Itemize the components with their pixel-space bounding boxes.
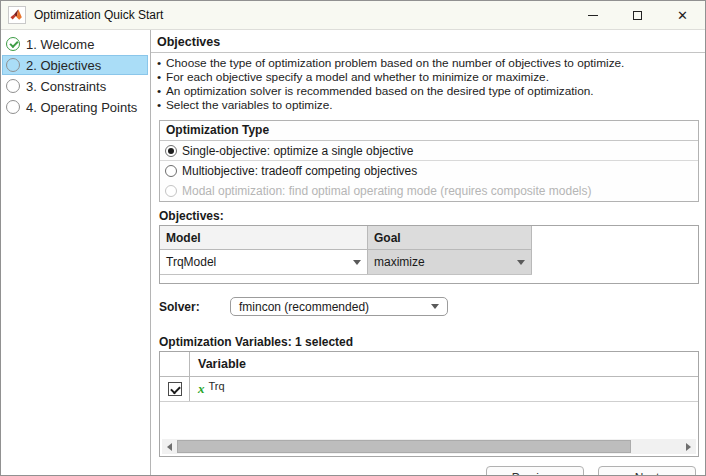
scrollbar-thumb[interactable] — [177, 440, 631, 453]
radio-multiobjective[interactable]: Multiobjective: tradeoff competing objec… — [160, 161, 698, 181]
close-icon: ✕ — [677, 9, 688, 22]
step-complete-icon — [6, 37, 20, 51]
step-label: 3. Constraints — [26, 79, 106, 94]
minimize-icon — [588, 15, 598, 16]
objectives-table-empty-area — [532, 226, 698, 283]
variables-label: Optimization Variables: 1 selected — [159, 335, 700, 349]
column-header-model: Model — [160, 226, 368, 249]
instruction-line: • An optimization solver is recommended … — [157, 84, 700, 98]
step-label: 2. Objectives — [26, 58, 101, 73]
bullet-icon: • — [157, 70, 166, 84]
instruction-text: Select the variables to optimize. — [166, 98, 333, 112]
scrollbar-track[interactable] — [177, 440, 681, 453]
variables-table: Variable x Trq — [159, 351, 699, 457]
column-header-variable: Variable — [190, 352, 698, 376]
solver-label: Solver: — [159, 300, 230, 314]
radio-selected-icon — [165, 145, 177, 157]
radio-label: Multiobjective: tradeoff competing objec… — [182, 164, 417, 178]
instruction-line: • Select the variables to optimize. — [157, 98, 700, 112]
wizard-navigation: Previous Next — [157, 466, 700, 476]
optimization-type-group: Optimization Type Single-objective: opti… — [159, 120, 699, 202]
objectives-empty-row — [160, 275, 532, 283]
optimization-quick-start-window: Optimization Quick Start ✕ 1. Welcome 2.… — [0, 0, 706, 476]
radio-label: Single-objective: optimize a single obje… — [182, 144, 413, 158]
solver-row: Solver: fmincon (recommended) — [159, 297, 700, 316]
sidebar-item-constraints[interactable]: 3. Constraints — [2, 76, 148, 96]
title-bar: Optimization Quick Start ✕ — [1, 1, 705, 30]
window-title: Optimization Quick Start — [34, 8, 570, 22]
chevron-down-icon — [517, 260, 525, 265]
radio-label: Modal optimization: find optimal operati… — [182, 184, 592, 198]
radio-icon — [165, 165, 177, 177]
matlab-icon — [8, 6, 26, 24]
page-title: Objectives — [151, 33, 705, 53]
step-circle-icon — [6, 100, 20, 114]
variable-x-icon: x — [198, 381, 205, 397]
radio-single-objective[interactable]: Single-objective: optimize a single obje… — [160, 141, 698, 161]
model-value: TrqModel — [166, 255, 216, 269]
bullet-icon: • — [157, 98, 166, 112]
instruction-text: Choose the type of optimization problem … — [166, 56, 624, 70]
group-title: Optimization Type — [160, 121, 698, 141]
radio-modal-optimization: Modal optimization: find optimal operati… — [160, 181, 698, 201]
step-circle-icon — [6, 58, 20, 72]
close-button[interactable]: ✕ — [660, 1, 705, 29]
maximize-icon — [633, 11, 642, 20]
minimize-button[interactable] — [570, 1, 615, 29]
variable-checkbox[interactable] — [168, 382, 182, 396]
objectives-table: Model Goal TrqModel maximize — [159, 225, 699, 284]
instruction-line: • Choose the type of optimization proble… — [157, 56, 700, 70]
previous-button[interactable]: Previous — [486, 466, 584, 476]
instruction-line: • For each objective specify a model and… — [157, 70, 700, 84]
next-button[interactable]: Next — [598, 466, 696, 476]
chevron-down-icon — [431, 304, 439, 309]
column-header-goal: Goal — [368, 226, 532, 249]
instruction-text: An optimization solver is recommended ba… — [166, 84, 594, 98]
scroll-right-icon[interactable] — [681, 439, 696, 454]
instruction-text: For each objective specify a model and w… — [166, 70, 549, 84]
sidebar-item-objectives[interactable]: 2. Objectives — [2, 55, 148, 75]
step-label: 4. Operating Points — [26, 100, 137, 115]
step-circle-icon — [6, 79, 20, 93]
sidebar-item-welcome[interactable]: 1. Welcome — [2, 34, 148, 54]
objectives-header-row: Model Goal — [160, 226, 532, 250]
radio-disabled-icon — [165, 185, 177, 197]
checkbox-column-header — [160, 352, 190, 376]
scroll-left-icon[interactable] — [162, 439, 177, 454]
sidebar-item-operating-points[interactable]: 4. Operating Points — [2, 97, 148, 117]
bullet-icon: • — [157, 84, 166, 98]
model-dropdown[interactable]: TrqModel — [160, 250, 368, 274]
horizontal-scrollbar[interactable] — [162, 439, 696, 454]
variable-row-trq[interactable]: x Trq — [160, 377, 698, 402]
solver-dropdown[interactable]: fmincon (recommended) — [230, 297, 448, 316]
goal-dropdown[interactable]: maximize — [368, 250, 532, 274]
step-label: 1. Welcome — [26, 37, 94, 52]
solver-value: fmincon (recommended) — [239, 300, 369, 314]
goal-value: maximize — [374, 255, 425, 269]
bullet-icon: • — [157, 56, 166, 70]
objectives-data-row: TrqModel maximize — [160, 250, 532, 275]
variable-name: Trq — [209, 380, 225, 392]
variables-header-row: Variable — [160, 352, 698, 377]
wizard-steps-sidebar: 1. Welcome 2. Objectives 3. Constraints … — [1, 30, 151, 476]
objectives-page: Objectives • Choose the type of optimiza… — [151, 30, 705, 476]
objectives-table-label: Objectives: — [159, 209, 700, 223]
chevron-down-icon — [353, 260, 361, 265]
maximize-button[interactable] — [615, 1, 660, 29]
